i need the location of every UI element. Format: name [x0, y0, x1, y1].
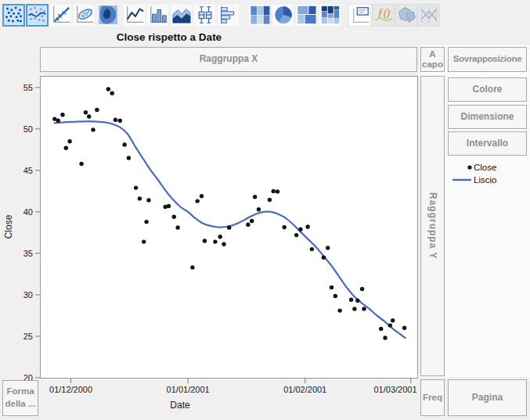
data-point[interactable]	[167, 204, 171, 208]
drop-zone-raggruppa-y[interactable]: Raggruppa Y	[420, 76, 445, 376]
data-point[interactable]	[79, 162, 83, 166]
y-tick-label: 55	[23, 83, 33, 92]
drop-zone-colore[interactable]: Colore	[448, 77, 527, 102]
data-point[interactable]	[310, 247, 314, 251]
map-shapes-icon	[396, 5, 416, 25]
data-point[interactable]	[200, 194, 204, 198]
treemap-icon-button[interactable]	[295, 4, 318, 27]
data-point[interactable]	[388, 323, 392, 327]
data-point[interactable]	[402, 326, 406, 330]
heatmap-icon	[250, 5, 270, 25]
drop-zone-freq[interactable]: Freq	[420, 379, 445, 416]
data-point[interactable]	[222, 242, 225, 246]
data-point[interactable]	[283, 225, 287, 229]
data-point[interactable]	[268, 198, 272, 202]
data-point[interactable]	[294, 233, 298, 237]
smoother-icon-button[interactable]	[26, 4, 49, 27]
data-point[interactable]	[142, 239, 146, 243]
data-point[interactable]	[213, 239, 217, 243]
line-icon-button[interactable]	[123, 4, 146, 27]
pie-icon-button[interactable]	[272, 4, 294, 27]
data-point[interactable]	[298, 228, 302, 232]
data-point[interactable]	[84, 110, 88, 114]
data-point[interactable]	[334, 294, 337, 298]
drop-zone-a-capo[interactable]: A capo	[420, 47, 445, 72]
formula-icon: ƒ()	[373, 5, 394, 25]
data-point[interactable]	[352, 307, 356, 311]
data-point[interactable]	[330, 285, 334, 289]
data-point[interactable]	[218, 235, 222, 239]
drop-zone-intervallo[interactable]: Intervallo	[448, 131, 527, 156]
y-tick-label: 45	[23, 166, 33, 175]
caption-box-icon	[350, 5, 370, 25]
data-point[interactable]	[257, 207, 261, 211]
data-point[interactable]	[56, 119, 60, 123]
data-point[interactable]	[391, 318, 395, 322]
data-point[interactable]	[383, 336, 387, 339]
x-tick-label: 01/02/2001	[283, 385, 326, 394]
data-point[interactable]	[253, 195, 257, 199]
data-point[interactable]	[250, 219, 254, 223]
data-point[interactable]	[95, 108, 99, 112]
contour-icon	[98, 5, 118, 25]
data-point[interactable]	[276, 189, 279, 193]
data-point[interactable]	[146, 198, 150, 202]
data-point[interactable]	[360, 287, 364, 291]
data-point[interactable]	[175, 225, 179, 229]
data-point[interactable]	[122, 142, 126, 146]
data-point[interactable]	[114, 118, 117, 122]
data-point[interactable]	[326, 246, 330, 249]
ellipse-icon-button[interactable]	[73, 4, 96, 27]
drop-zone-forma-della-pagina[interactable]: Forma della ...	[2, 380, 38, 416]
data-point[interactable]	[246, 223, 250, 227]
mosaic-icon	[320, 5, 341, 25]
data-point[interactable]	[172, 215, 176, 219]
data-point[interactable]	[118, 119, 122, 123]
svg-text:ƒ(): ƒ()	[377, 7, 390, 20]
data-point[interactable]	[87, 114, 91, 118]
data-point[interactable]	[272, 189, 276, 193]
boxplot-icon-button[interactable]	[193, 4, 216, 27]
mosaic-icon-button[interactable]	[319, 4, 341, 27]
data-point[interactable]	[64, 146, 68, 150]
toolbar-group-2	[123, 4, 240, 27]
data-point[interactable]	[106, 87, 110, 91]
contour-icon-button[interactable]	[96, 4, 119, 27]
area-icon-button[interactable]	[170, 4, 193, 27]
histogram-icon-button[interactable]	[217, 4, 240, 27]
data-point[interactable]	[110, 92, 114, 95]
drop-zone-raggruppa-x[interactable]: Raggruppa X	[40, 47, 417, 72]
y-axis-title: Close	[3, 214, 14, 239]
data-point[interactable]	[60, 113, 64, 117]
caption-box-icon-button[interactable]	[348, 4, 371, 27]
data-point[interactable]	[91, 127, 95, 131]
data-point[interactable]	[144, 220, 148, 224]
data-point[interactable]	[138, 196, 142, 200]
data-point[interactable]	[322, 256, 326, 260]
x-tick-label: 01/12/2000	[49, 385, 92, 394]
data-point[interactable]	[127, 156, 131, 160]
data-point[interactable]	[337, 308, 341, 312]
line-of-fit-icon-button[interactable]	[49, 4, 72, 27]
area-icon	[171, 5, 192, 25]
data-point[interactable]	[379, 327, 383, 331]
drop-zone-pagina[interactable]: Pagina	[448, 379, 527, 416]
heatmap-icon-button[interactable]	[248, 4, 271, 27]
line-icon	[124, 5, 145, 25]
data-point[interactable]	[203, 239, 207, 242]
data-point[interactable]	[196, 199, 200, 203]
formula-icon-button: ƒ()	[372, 4, 395, 27]
data-point[interactable]	[355, 299, 359, 303]
data-point[interactable]	[67, 139, 71, 143]
data-point[interactable]	[362, 307, 366, 311]
bar-icon-button[interactable]	[146, 4, 169, 27]
data-point[interactable]	[305, 224, 309, 228]
data-point[interactable]	[190, 265, 194, 269]
data-point[interactable]	[227, 225, 231, 229]
points-icon-button[interactable]	[2, 4, 25, 27]
line-of-fit-icon	[51, 5, 71, 25]
drop-zone-sovrapposizione[interactable]: Sovrapposizione	[448, 47, 527, 72]
drop-zone-dimensione[interactable]: Dimensione	[448, 105, 527, 129]
data-point[interactable]	[349, 298, 353, 302]
data-point[interactable]	[134, 185, 138, 189]
